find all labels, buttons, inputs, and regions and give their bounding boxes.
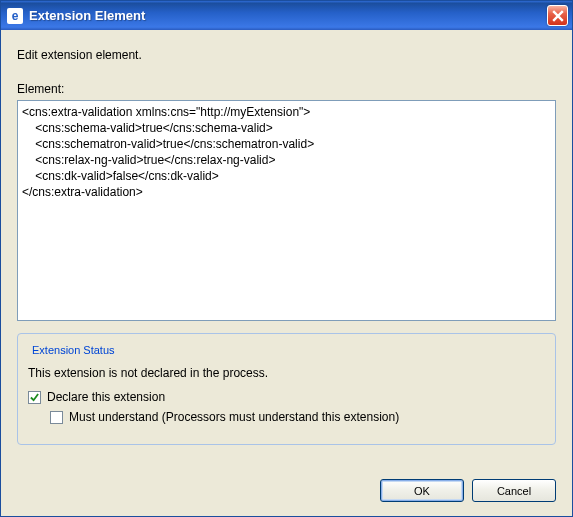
declare-extension-checkbox[interactable] bbox=[28, 391, 41, 404]
app-icon: e bbox=[7, 8, 23, 24]
window-title: Extension Element bbox=[29, 8, 547, 23]
close-icon bbox=[552, 10, 564, 22]
cancel-button[interactable]: Cancel bbox=[472, 479, 556, 502]
element-label: Element: bbox=[17, 82, 556, 96]
must-understand-label: Must understand (Processors must underst… bbox=[69, 410, 399, 424]
titlebar: e Extension Element bbox=[1, 1, 572, 30]
dialog-window: e Extension Element Edit extension eleme… bbox=[0, 0, 573, 517]
element-textarea[interactable] bbox=[17, 100, 556, 321]
instruction-text: Edit extension element. bbox=[17, 48, 556, 62]
extension-status-text: This extension is not declared in the pr… bbox=[28, 366, 545, 380]
extension-status-legend: Extension Status bbox=[28, 344, 119, 356]
ok-button[interactable]: OK bbox=[380, 479, 464, 502]
declare-extension-label: Declare this extension bbox=[47, 390, 165, 404]
element-textarea-wrap bbox=[17, 100, 556, 321]
close-button[interactable] bbox=[547, 5, 568, 26]
declare-extension-row: Declare this extension bbox=[28, 390, 545, 404]
dialog-content: Edit extension element. Element: Extensi… bbox=[1, 30, 572, 516]
extension-status-group: Extension Status This extension is not d… bbox=[17, 333, 556, 445]
button-row: OK Cancel bbox=[17, 451, 556, 502]
must-understand-checkbox[interactable] bbox=[50, 411, 63, 424]
must-understand-row: Must understand (Processors must underst… bbox=[50, 410, 545, 424]
